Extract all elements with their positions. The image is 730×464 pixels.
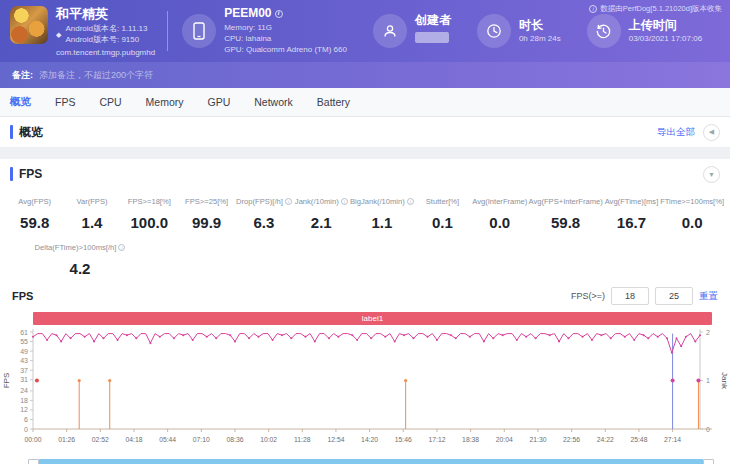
fps-section-header: FPS ▼: [0, 159, 730, 189]
metric-label: Jank(/10min)i: [293, 197, 350, 206]
metric-value: 0.1: [414, 214, 471, 231]
svg-text:10:02: 10:02: [260, 436, 277, 443]
svg-text:55: 55: [20, 338, 28, 345]
metric-label: FPS>=25[%]: [178, 197, 235, 206]
device-cpu: CPU: lahaina: [224, 33, 347, 44]
svg-text:12:54: 12:54: [327, 436, 344, 443]
upload-time-value: 03/03/2021 17:07:06: [629, 33, 702, 44]
tab-gpu[interactable]: GPU: [208, 96, 231, 108]
metric-value: 1.1: [350, 214, 414, 231]
svg-text:2: 2: [706, 329, 710, 336]
metric: Avg(FTime)[ms]16.7: [603, 197, 660, 231]
svg-text:0: 0: [24, 426, 28, 433]
fps-panel: FPS ▼ Avg(FPS)59.8Var(FPS)1.4FPS>=18[%]1…: [0, 159, 730, 464]
metric-label: Avg(FPS): [6, 197, 63, 206]
diamond-icon: ◆: [56, 31, 61, 40]
svg-text:07:10: 07:10: [193, 436, 210, 443]
svg-text:61: 61: [20, 329, 28, 336]
metric: Delta(FTime)>100ms[/h]i4.2: [16, 243, 144, 277]
metric: Stutter[%]0.1: [414, 197, 471, 231]
overview-section-header: 概览 导出全部 ◀: [0, 117, 730, 147]
metric: Jank(/10min)i2.1: [293, 197, 350, 231]
fps-chart-title: FPS: [12, 290, 33, 302]
metric: Avg(FPS+InterFrame)59.8: [528, 197, 602, 231]
metric: Avg(FPS)59.8: [6, 197, 63, 231]
svg-text:02:52: 02:52: [92, 436, 109, 443]
metric-info-icon[interactable]: i: [118, 244, 125, 251]
tab-network[interactable]: Network: [254, 96, 293, 108]
metric-value: 99.9: [178, 214, 235, 231]
metric-value: 2.1: [293, 214, 350, 231]
svg-text:20:04: 20:04: [496, 436, 513, 443]
metric-info-icon[interactable]: i: [285, 198, 292, 205]
metric: FTime>=100ms[%]0.0: [660, 197, 724, 231]
fps-line-chart[interactable]: 61554943373124181260210FPSJank00:0001:26…: [0, 327, 730, 453]
svg-text:21:30: 21:30: [529, 436, 546, 443]
tab-cpu[interactable]: CPU: [99, 96, 121, 108]
metric-info-icon[interactable]: i: [341, 198, 348, 205]
overview-collapse-button[interactable]: ◀: [703, 124, 720, 141]
metric-value: 16.7: [603, 214, 660, 231]
tab-fps[interactable]: FPS: [55, 96, 75, 108]
metric-value: 1.4: [63, 214, 120, 231]
metric-value: 0.0: [471, 214, 528, 231]
metric: BigJank(/10min)i1.1: [350, 197, 414, 231]
overview-title: 概览: [19, 124, 43, 141]
fps-chart-controls: FPS FPS(>=) 重置: [0, 281, 730, 309]
section-gap: [0, 147, 730, 159]
metric-value: 100.0: [121, 214, 178, 231]
device-model: PEEM00: [224, 6, 271, 22]
fps-threshold-high-input[interactable]: [655, 287, 693, 305]
svg-text:08:36: 08:36: [226, 436, 243, 443]
metric: FPS>=18[%]100.0: [121, 197, 178, 231]
note-placeholder: 添加备注，不超过200个字符: [39, 69, 153, 82]
fps-threshold-low-input[interactable]: [611, 287, 649, 305]
creator-name-redacted: [415, 32, 449, 43]
svg-text:37: 37: [20, 367, 28, 374]
android-version-name: Android版本名: 1.11.13: [65, 24, 147, 35]
tab-battery[interactable]: Battery: [317, 96, 350, 108]
metric-info-icon[interactable]: i: [407, 198, 414, 205]
reset-button[interactable]: 重置: [699, 290, 718, 303]
svg-text:0: 0: [706, 426, 710, 433]
duration-label: 时长: [519, 18, 561, 34]
fps-chart-area: 61554943373124181260210FPSJank00:0001:26…: [0, 327, 730, 457]
collector-version-text: 数据由PerfDog[5.1.21020d]版本收集: [600, 4, 722, 14]
metric-label: Delta(FTime)>100ms[/h]i: [16, 243, 144, 252]
report-header: i 数据由PerfDog[5.1.21020d]版本收集 和平精英 ◆ Andr…: [0, 0, 730, 62]
export-all-link[interactable]: 导出全部: [657, 126, 695, 139]
tab-memory[interactable]: Memory: [146, 96, 184, 108]
metric-label: Avg(InterFrame): [471, 197, 528, 206]
metric-label: FPS>=18[%]: [121, 197, 178, 206]
chevron-down-icon: ▼: [708, 171, 715, 178]
svg-text:01:26: 01:26: [58, 436, 75, 443]
device-info-block: PEEM00 i Memory: 11G CPU: lahaina GPU: Q…: [182, 6, 347, 55]
zoom-handle-left[interactable]: [28, 459, 39, 464]
svg-text:43: 43: [20, 357, 28, 364]
metric: Avg(InterFrame)0.0: [471, 197, 528, 231]
upload-time-block: 上传时间 03/03/2021 17:07:06: [587, 14, 702, 48]
metric-label: FTime>=100ms[%]: [660, 197, 724, 206]
metric-label: Stutter[%]: [414, 197, 471, 206]
note-label: 备注:: [12, 69, 33, 82]
phone-icon: [182, 14, 216, 48]
svg-text:FPS: FPS: [2, 373, 11, 389]
chart-label1-banner: label1: [33, 312, 712, 325]
note-bar[interactable]: 备注: 添加备注，不超过200个字符: [0, 62, 730, 88]
tab-概览[interactable]: 概览: [10, 95, 31, 109]
fps-metrics-row-2: Delta(FTime)>100ms[/h]i4.2: [0, 233, 730, 281]
svg-text:49: 49: [20, 348, 28, 355]
zoom-thumb[interactable]: [39, 459, 703, 464]
app-icon: [10, 6, 48, 44]
metric-value: 59.8: [6, 214, 63, 231]
section-accent-bar: [10, 125, 13, 139]
app-name: 和平精英: [56, 6, 155, 22]
metric: Drop(FPS)[/h]i6.3: [235, 197, 292, 231]
creator-block: 创建者: [373, 13, 451, 49]
zoom-handle-right[interactable]: [703, 459, 714, 464]
device-info-icon[interactable]: i: [275, 10, 283, 18]
creator-label: 创建者: [415, 13, 451, 29]
fps-collapse-button[interactable]: ▼: [703, 166, 720, 183]
svg-text:18:38: 18:38: [462, 436, 479, 443]
svg-text:25:48: 25:48: [630, 436, 647, 443]
